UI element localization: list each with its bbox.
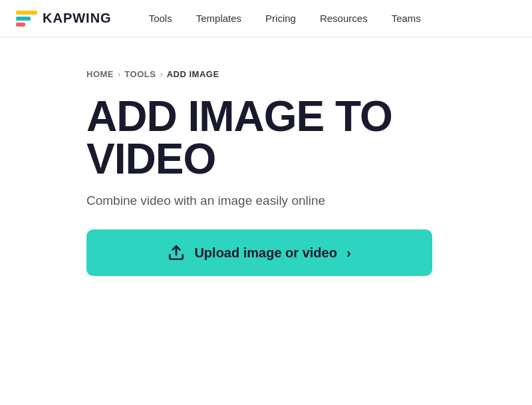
nav-item-templates[interactable]: Templates	[186, 7, 252, 29]
page-title: ADD IMAGE TO VIDEO	[86, 95, 446, 180]
breadcrumb-home[interactable]: HOME	[86, 69, 114, 79]
breadcrumb-sep-1: ›	[118, 69, 120, 79]
header: KAPWING Tools Templates Pricing Resource…	[0, 0, 532, 37]
breadcrumb-tools[interactable]: TOOLS	[124, 69, 156, 79]
main-content: HOME › TOOLS › ADD IMAGE ADD IMAGE TO VI…	[0, 37, 532, 308]
page-subtitle: Combine video with an image easily onlin…	[86, 194, 446, 208]
upload-icon	[168, 244, 185, 261]
logo-text: KAPWING	[43, 11, 112, 26]
main-nav: Tools Templates Pricing Resources Teams	[138, 7, 516, 29]
nav-item-pricing[interactable]: Pricing	[255, 7, 307, 29]
logo-bar-teal	[16, 17, 31, 21]
logo-link[interactable]: KAPWING	[16, 11, 112, 27]
breadcrumb-current: ADD IMAGE	[167, 69, 219, 79]
nav-item-tools[interactable]: Tools	[138, 7, 183, 29]
logo-bar-red	[16, 23, 25, 27]
upload-button-label: Upload image or video	[194, 245, 336, 261]
upload-button[interactable]: Upload image or video ›	[86, 229, 432, 276]
nav-item-teams[interactable]: Teams	[381, 7, 432, 29]
logo-icon	[16, 11, 37, 27]
chevron-right-icon: ›	[346, 245, 351, 261]
nav-item-resources[interactable]: Resources	[309, 7, 378, 29]
breadcrumb: HOME › TOOLS › ADD IMAGE	[86, 69, 446, 79]
breadcrumb-sep-2: ›	[160, 69, 162, 79]
logo-bar-yellow	[16, 11, 37, 15]
